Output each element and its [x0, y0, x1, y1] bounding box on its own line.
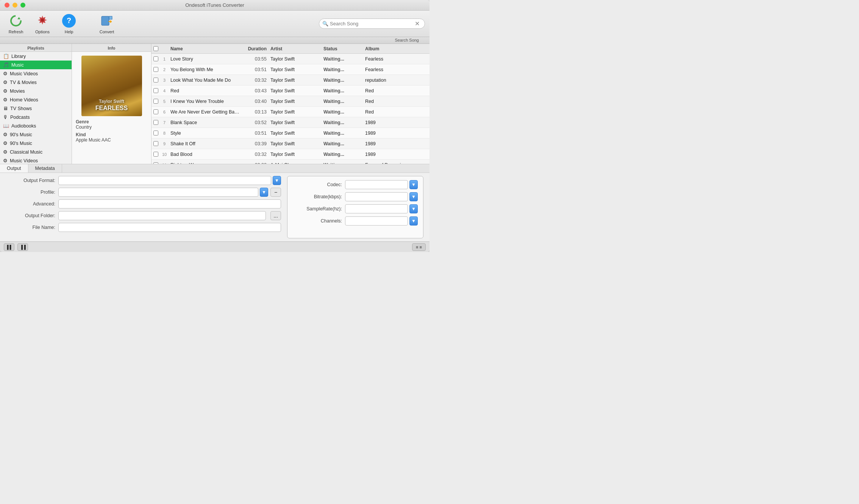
- minimize-button[interactable]: [12, 3, 17, 8]
- track-status-9: Waiting...: [323, 152, 365, 157]
- track-check-6[interactable]: [151, 120, 160, 125]
- sidebar-item-audiobooks[interactable]: 📖Audiobooks: [0, 121, 72, 130]
- convert-label: Convert: [100, 30, 114, 34]
- track-album-2: reputation: [365, 78, 430, 83]
- titlebar: Ondesoft iTunes Converter: [0, 0, 430, 11]
- track-row[interactable]: 11 Right as Wrong 03:33 A-Mei Chang Wait…: [151, 160, 430, 164]
- track-row[interactable]: 3 Look What You Made Me Do 03:32 Taylor …: [151, 75, 430, 86]
- select-all-checkbox[interactable]: [153, 46, 158, 51]
- options-button[interactable]: Options: [31, 14, 54, 34]
- track-check-2[interactable]: [151, 78, 160, 82]
- track-row[interactable]: 4 Red 03:43 Taylor Swift Waiting... Red: [151, 86, 430, 96]
- sidebar-item-classical[interactable]: ⚙Classical Music: [0, 148, 72, 156]
- track-check-5[interactable]: [151, 109, 160, 114]
- sidebar-item-90s-music2[interactable]: ⚙90's Music: [0, 139, 72, 148]
- output-folder-input[interactable]: /Users/Joyce/Music/Ondesoft iTunes Conve…: [58, 211, 266, 220]
- samplerate-row: SampleRate(hz): 44100 ▼: [293, 204, 418, 213]
- track-name-9: Bad Blood: [169, 152, 240, 157]
- sidebar-icon-90s-music: ⚙: [3, 132, 8, 137]
- track-checkbox-8[interactable]: [153, 141, 158, 146]
- tab-output[interactable]: Output: [0, 164, 28, 173]
- search-box: 🔍 ✕: [319, 19, 425, 29]
- track-checkbox-7[interactable]: [153, 131, 158, 135]
- advanced-input[interactable]: Codec=mp3, Channel=2, SampleRate=44100 H…: [58, 199, 281, 208]
- sidebar-item-podcasts[interactable]: 🎙Podcasts: [0, 113, 72, 121]
- convert-button[interactable]: Convert: [95, 14, 118, 34]
- search-input[interactable]: [330, 21, 413, 26]
- sidebar-item-music-videos2[interactable]: ⚙Music Videos: [0, 156, 72, 164]
- track-checkbox-4[interactable]: [153, 99, 158, 104]
- header-check[interactable]: [151, 46, 160, 51]
- track-check-9[interactable]: [151, 152, 160, 157]
- track-row[interactable]: 10 Bad Blood 03:32 Taylor Swift Waiting.…: [151, 149, 430, 160]
- track-row[interactable]: 7 Blank Space 03:52 Taylor Swift Waiting…: [151, 117, 430, 128]
- output-format-dropdown-btn[interactable]: ▼: [273, 176, 281, 185]
- track-checkbox-2[interactable]: [153, 78, 158, 82]
- genre-row: Genre Country: [76, 119, 147, 130]
- track-row[interactable]: 1 Love Story 03:55 Taylor Swift Waiting.…: [151, 54, 430, 64]
- track-album-6: 1989: [365, 120, 430, 125]
- output-format-input[interactable]: MP3 - MPEG-1 Audio Layer 3: [58, 176, 271, 185]
- codec-select[interactable]: mp3: [345, 180, 408, 189]
- sidebar-item-home-videos[interactable]: ⚙Home Videos: [0, 95, 72, 104]
- track-checkbox-1[interactable]: [153, 67, 158, 72]
- bitrate-select[interactable]: 128: [345, 192, 408, 201]
- search-clear-button[interactable]: ✕: [415, 20, 420, 27]
- sidebar-item-90s-music[interactable]: ⚙90's Music: [0, 130, 72, 139]
- refresh-button[interactable]: Refresh: [5, 14, 27, 34]
- samplerate-select[interactable]: 44100: [345, 204, 408, 213]
- profile-dropdown-btn[interactable]: ▼: [260, 188, 268, 197]
- sidebar-label-audiobooks: Audiobooks: [11, 123, 36, 129]
- sidebar-label-library: Library: [11, 54, 26, 59]
- track-row[interactable]: 8 Style 03:51 Taylor Swift Waiting... 19…: [151, 128, 430, 138]
- track-checkbox-6[interactable]: [153, 120, 158, 125]
- track-num-4: 5: [160, 99, 169, 104]
- samplerate-dropdown-btn[interactable]: ▼: [409, 204, 418, 213]
- browse-button[interactable]: ...: [270, 211, 281, 220]
- profile-minus-btn[interactable]: −: [270, 188, 281, 197]
- channels-dropdown-btn[interactable]: ▼: [409, 216, 418, 226]
- track-row[interactable]: 6 We Are Never Ever Getting Back Tog... …: [151, 107, 430, 117]
- samplerate-label: SampleRate(hz):: [293, 206, 342, 212]
- track-checkbox-5[interactable]: [153, 109, 158, 114]
- track-check-4[interactable]: [151, 99, 160, 104]
- track-check-8[interactable]: [151, 141, 160, 146]
- help-button[interactable]: ? Help: [58, 14, 80, 34]
- bitrate-dropdown-btn[interactable]: ▼: [409, 192, 418, 201]
- sidebar-item-movies[interactable]: ⚙Movies: [0, 87, 72, 95]
- track-check-0[interactable]: [151, 56, 160, 61]
- maximize-button[interactable]: [20, 3, 25, 8]
- track-name-8: Shake It Off: [169, 141, 240, 146]
- tab-metadata[interactable]: Metadata: [28, 164, 62, 173]
- close-button[interactable]: [5, 3, 9, 8]
- play-button[interactable]: ▐ ▌: [4, 243, 14, 251]
- help-label: Help: [65, 30, 73, 34]
- track-row[interactable]: 2 You Belong With Me 03:51 Taylor Swift …: [151, 64, 430, 75]
- track-check-1[interactable]: [151, 67, 160, 72]
- sidebar-item-library[interactable]: 📋Library: [0, 52, 72, 61]
- sidebar-icon-podcasts: 🎙: [3, 114, 8, 120]
- track-list-pane: Name Duration Artist Status Album 1 Love…: [151, 44, 430, 164]
- channels-select[interactable]: 2: [345, 216, 408, 226]
- track-checkbox-0[interactable]: [153, 56, 158, 61]
- track-duration-9: 03:32: [240, 152, 270, 157]
- profile-input[interactable]: MP3 - Normal Quality( 44100 Hz, stereo ,…: [58, 188, 258, 197]
- track-check-7[interactable]: [151, 131, 160, 135]
- file-name-input[interactable]: Love Story Taylor Swift.mp3: [58, 223, 281, 232]
- codec-dropdown-btn[interactable]: ▼: [409, 180, 418, 189]
- kind-label: Kind: [76, 132, 147, 137]
- lines-button[interactable]: ≡ ≡: [412, 243, 426, 251]
- track-checkbox-9[interactable]: [153, 152, 158, 157]
- track-check-3[interactable]: [151, 88, 160, 93]
- pause-button[interactable]: ▐▐: [17, 243, 28, 251]
- sidebar-item-tv-shows[interactable]: 🖥TV Shows: [0, 104, 72, 113]
- sidebar-item-tv-movies[interactable]: ⚙TV & Movies: [0, 78, 72, 87]
- svg-rect-5: [109, 16, 112, 19]
- track-artist-7: Taylor Swift: [270, 131, 323, 136]
- track-checkbox-3[interactable]: [153, 88, 158, 93]
- sidebar-label-music-videos: Music Videos: [10, 71, 38, 76]
- sidebar-item-music[interactable]: 🎵Music: [0, 61, 72, 69]
- sidebar-item-music-videos[interactable]: ⚙Music Videos: [0, 69, 72, 78]
- track-row[interactable]: 5 I Knew You Were Trouble 03:40 Taylor S…: [151, 96, 430, 107]
- track-row[interactable]: 9 Shake It Off 03:39 Taylor Swift Waitin…: [151, 138, 430, 149]
